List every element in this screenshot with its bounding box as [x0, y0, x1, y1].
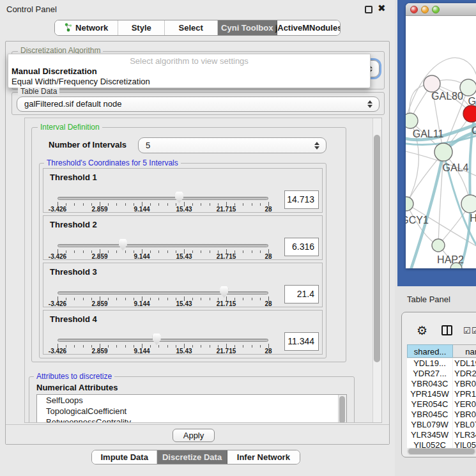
attribute-list-item[interactable]: SelfLoops — [37, 395, 346, 406]
tick-label: 9.144 — [121, 348, 163, 355]
red-node[interactable] — [463, 105, 476, 122]
threshold-value-field[interactable]: 6.316 — [284, 238, 319, 256]
attributes-scrollbar-thumb[interactable] — [339, 396, 345, 423]
threshold-slider-thumb[interactable] — [119, 239, 127, 250]
tab-select[interactable]: Select — [165, 20, 218, 35]
table-cell[interactable]: YPR145W — [407, 389, 452, 399]
algorithm-dropdown-popup: Select algorithm to view settings Manual… — [8, 54, 371, 88]
threshold-slider-thumb[interactable] — [153, 334, 161, 345]
checkbox-icon[interactable]: ☑ — [472, 326, 476, 335]
tab-discretize-data[interactable]: Discretize Data — [157, 450, 227, 464]
tab-label: jActiveMNodules — [275, 23, 341, 33]
tab-infer-network[interactable]: Infer Network — [227, 450, 300, 464]
table-cell[interactable]: YLR345W — [407, 430, 452, 440]
gear-icon[interactable]: ⚙ — [417, 323, 427, 338]
num-intervals-combo[interactable]: 5 — [138, 137, 326, 153]
numerical-attributes-list[interactable]: SelfLoopsTopologicalCoefficientBetweenne… — [36, 394, 347, 423]
threshold-value-field[interactable]: 21.4 — [284, 285, 319, 303]
table-cell[interactable]: YBR045C — [453, 410, 476, 420]
combo-arrows-icon — [314, 142, 319, 150]
network-window-titlebar[interactable] — [406, 3, 476, 16]
table-cell[interactable]: YER054C — [453, 399, 476, 410]
table-cell[interactable]: YDL19 — [453, 358, 476, 369]
columns-icon[interactable] — [441, 325, 452, 335]
network-view-frame: GAL80GACGAL11GAL4GCY1HHAP2 — [397, 0, 476, 286]
settings-scroll-pane: Interval Definition Number of Intervals … — [24, 118, 382, 423]
table-column: YDL19YDR27YBR043CYPR145WYER054CYBR045CYB… — [453, 358, 476, 448]
tick-label: -3.426 — [36, 206, 79, 213]
tab-cyni-toolbox[interactable]: Cyni Toolbox — [218, 20, 277, 35]
tab-style[interactable]: Style — [118, 20, 165, 35]
tab-label: Select — [179, 23, 203, 33]
threshold-slider-track[interactable] — [58, 291, 268, 295]
table-cell[interactable]: YBL079W — [407, 420, 452, 430]
table-data-combo[interactable]: galFiltered.sif default node — [17, 96, 380, 112]
tab-network[interactable]: Network — [55, 20, 118, 35]
tick-label: 21.715 — [205, 206, 247, 213]
tick-label: 28 — [247, 300, 289, 307]
gal11-node[interactable] — [406, 113, 418, 128]
float-window-icon[interactable] — [365, 6, 372, 13]
table-cell[interactable]: YDR27 — [453, 369, 476, 379]
tick-label: 2.859 — [79, 253, 121, 260]
algorithm-option[interactable]: Equal Width/Frequency Discretization — [10, 77, 368, 86]
table-panel: ⚙ ☑ ☑ shared...nameYDL19...YDR27...YBR04… — [401, 312, 476, 457]
node-label: H — [470, 213, 476, 224]
attribute-list-item[interactable]: TopologicalCoefficient — [37, 406, 346, 417]
gcy1-node[interactable] — [406, 197, 413, 211]
table-cell[interactable]: YBL079W — [453, 420, 476, 430]
network-canvas[interactable]: GAL80GACGAL11GAL4GCY1HHAP2 — [406, 17, 476, 268]
hap2-node[interactable] — [432, 239, 445, 252]
tick-label: 21.715 — [205, 348, 247, 355]
tick-label: 9.144 — [121, 300, 163, 307]
algorithm-option[interactable]: Manual Discretization — [10, 66, 368, 76]
tick-label: -3.426 — [36, 253, 79, 260]
table-cell[interactable]: YDR27... — [407, 369, 452, 379]
table-cell[interactable]: YDL19... — [407, 358, 452, 369]
tab-impute-data[interactable]: Impute Data — [92, 450, 157, 464]
apply-button[interactable]: Apply — [173, 429, 215, 442]
table-data-title: Table Data — [18, 88, 59, 95]
table-cell[interactable]: YBR045C — [407, 410, 452, 420]
tick-label: 9.144 — [121, 253, 163, 260]
attributes-title: Attributes to discretize — [34, 372, 114, 380]
threshold-value-field[interactable]: 14.713 — [284, 190, 319, 209]
threshold-slider-track[interactable] — [58, 339, 268, 342]
table-cell[interactable]: YIL052C — [453, 440, 476, 448]
column-header-1[interactable]: shared... — [407, 344, 453, 358]
table-cell[interactable]: YIL052C — [407, 440, 452, 448]
node-label: C — [472, 125, 476, 137]
table-cell[interactable]: YBR043C — [453, 379, 476, 389]
tab-jactivemnodules[interactable]: jActiveMNodules — [277, 20, 340, 35]
right-node[interactable] — [461, 195, 476, 213]
threshold-slider-track[interactable] — [58, 197, 268, 200]
tick-label: 9.144 — [121, 206, 163, 213]
threshold-slider-track[interactable] — [58, 244, 268, 247]
close-light[interactable] — [410, 6, 418, 13]
threshold-value-field[interactable]: 11.344 — [284, 332, 319, 351]
gal80-node[interactable] — [424, 75, 440, 92]
zoom-light[interactable] — [432, 6, 440, 13]
tick-label: 28 — [247, 348, 289, 355]
table-cell[interactable]: YER054C — [407, 399, 452, 410]
threshold-block: Threshold 4-3.4262.8599.14415.4321.71528… — [43, 310, 323, 355]
threshold-slider-thumb[interactable] — [175, 192, 183, 203]
tick-label: 2.859 — [79, 206, 121, 213]
network-icon — [65, 22, 75, 34]
column-header-2[interactable]: name — [453, 344, 476, 358]
checkbox-icon[interactable]: ☑ — [463, 326, 471, 335]
table-cell[interactable]: YPR145W — [453, 389, 476, 399]
node-label: HAP2 — [437, 254, 464, 266]
network-window[interactable]: GAL80GACGAL11GAL4GCY1HHAP2 — [406, 3, 476, 268]
threshold-label: Threshold 2 — [50, 220, 97, 229]
table-cell[interactable]: YLR345W — [453, 430, 476, 440]
threshold-slider-thumb[interactable] — [220, 286, 228, 298]
table-cell[interactable]: YBR043C — [407, 379, 452, 389]
close-icon[interactable]: ✖ — [378, 3, 386, 14]
settings-scrollbar-thumb[interactable] — [374, 135, 380, 362]
minimize-light[interactable] — [421, 6, 429, 13]
node-table: shared...nameYDL19...YDR27...YBR043CYPR1… — [407, 344, 476, 448]
attribute-list-item[interactable]: BetweennessCentrality — [37, 417, 346, 423]
gal4-node[interactable] — [434, 143, 452, 161]
table-hscrollbar-thumb[interactable] — [408, 449, 475, 454]
